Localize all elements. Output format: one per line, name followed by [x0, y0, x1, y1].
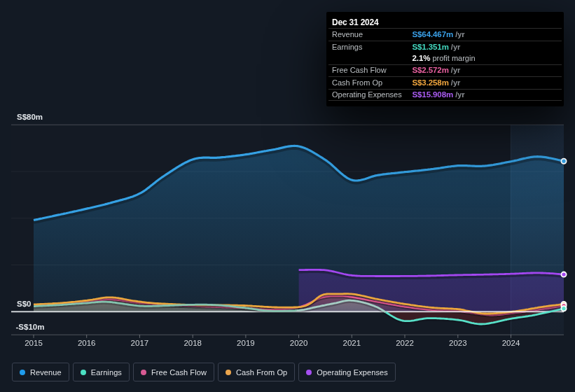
svg-text:2016: 2016 [78, 339, 96, 347]
svg-text:2022: 2022 [396, 339, 414, 347]
svg-text:S$0: S$0 [17, 300, 31, 308]
svg-text:2020: 2020 [290, 339, 308, 347]
svg-text:2017: 2017 [131, 339, 149, 347]
svg-text:2023: 2023 [449, 339, 467, 347]
svg-text:2018: 2018 [183, 339, 202, 347]
svg-text:2019: 2019 [237, 339, 255, 347]
svg-text:-S$10m: -S$10m [16, 323, 45, 331]
svg-text:2015: 2015 [25, 339, 43, 347]
svg-text:2021: 2021 [343, 339, 361, 347]
svg-text:2024: 2024 [502, 339, 520, 347]
svg-text:S$80m: S$80m [17, 113, 43, 121]
